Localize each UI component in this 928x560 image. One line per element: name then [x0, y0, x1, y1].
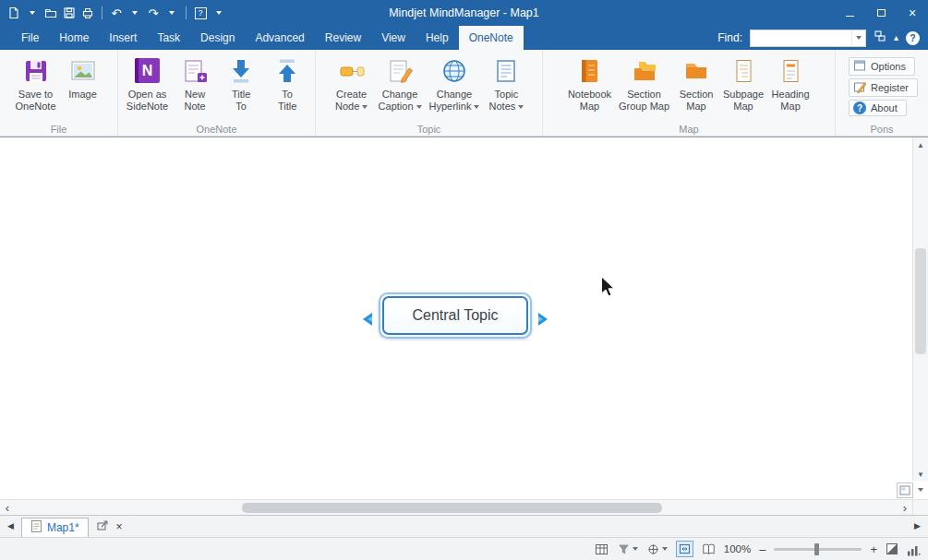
mouse-cursor — [600, 276, 617, 298]
new-document-icon[interactable] — [6, 3, 22, 23]
document-tab-map1[interactable]: Map1* — [21, 518, 89, 537]
collapse-ribbon-icon[interactable]: ▴ — [894, 33, 898, 42]
tab-task[interactable]: Task — [147, 26, 190, 50]
ribbon-group-file: Save toOneNote Image File — [0, 50, 118, 136]
focus-topic-button[interactable] — [646, 542, 668, 556]
contrast-view-icon[interactable] — [886, 542, 898, 555]
tab-view[interactable]: View — [371, 26, 416, 50]
print-icon[interactable] — [79, 3, 96, 23]
tab-scroll-right-icon[interactable]: ▶ — [914, 522, 921, 530]
tab-insert[interactable]: Insert — [99, 26, 147, 50]
scroll-left-icon[interactable]: ‹ — [0, 500, 15, 515]
dropdown-arrow-icon — [362, 105, 368, 109]
open-as-sidenote-button[interactable]: N Open asSideNote — [123, 52, 172, 113]
group-label-topic: Topic — [316, 124, 542, 135]
maximize-button[interactable] — [865, 0, 897, 26]
filter-button[interactable] — [617, 542, 638, 556]
zoom-in-icon[interactable]: + — [870, 543, 877, 555]
redo-dropdown[interactable] — [163, 3, 180, 23]
map-overview-button[interactable] — [897, 483, 913, 498]
create-node-button[interactable]: CreateNode — [329, 52, 375, 113]
vertical-scrollbar[interactable]: ▲ ▼ — [912, 137, 928, 482]
insert-topic-left-icon[interactable] — [362, 312, 373, 327]
scroll-up-icon[interactable]: ▲ — [913, 137, 928, 152]
tab-help[interactable]: Help — [416, 26, 459, 50]
save-icon[interactable] — [61, 3, 78, 23]
title-to-button[interactable]: TitleTo — [218, 52, 264, 113]
close-map-icon[interactable]: × — [116, 521, 123, 532]
map-overview-dropdown[interactable] — [915, 488, 926, 492]
to-title-button[interactable]: ToTitle — [264, 52, 310, 113]
document-tab-label: Map1* — [47, 521, 79, 534]
window-controls: × — [834, 0, 928, 26]
help-icon[interactable]: ? — [192, 3, 209, 23]
find-options-icon[interactable] — [874, 30, 886, 46]
help-circle-icon[interactable]: ? — [906, 31, 920, 45]
detail-level-icon[interactable] — [907, 542, 921, 556]
subpage-map-button[interactable]: SubpageMap — [719, 52, 767, 113]
zoom-out-icon[interactable]: – — [759, 543, 765, 555]
open-file-icon[interactable] — [42, 3, 59, 23]
options-button[interactable]: Options — [849, 57, 915, 76]
horizontal-scrollbar-thumb[interactable] — [242, 503, 662, 513]
ribbon-group-map: NotebookMap SectionGroup Map SectionMap — [543, 50, 836, 136]
detach-map-icon[interactable] — [96, 518, 109, 535]
quick-access-toolbar: ↶ ↷ ? — [0, 3, 233, 23]
save-to-onenote-button[interactable]: Save toOneNote — [11, 52, 59, 113]
arrow-down-icon — [226, 54, 256, 87]
statusbar-controls: 100% – + — [595, 541, 921, 557]
zoom-slider-thumb[interactable] — [814, 543, 819, 555]
close-button[interactable]: × — [897, 0, 928, 26]
section-group-map-button[interactable]: SectionGroup Map — [615, 52, 673, 113]
titlebar: ↶ ↷ ? Mindjet MindManager - Map1 × — [0, 0, 928, 26]
app-window: ↶ ↷ ? Mindjet MindManager - Map1 × File … — [0, 0, 928, 560]
vertical-scrollbar-thumb[interactable] — [915, 248, 926, 354]
ribbon: Save toOneNote Image File N Open asSideN… — [0, 50, 928, 137]
minimize-button[interactable] — [834, 0, 865, 26]
register-icon — [853, 80, 866, 95]
presentation-mode-icon[interactable] — [702, 542, 716, 556]
map-overview-controls — [895, 481, 928, 499]
about-button[interactable]: ? About — [849, 100, 907, 116]
insert-topic-right-icon[interactable] — [537, 312, 548, 327]
notebook-map-button[interactable]: NotebookMap — [564, 52, 615, 113]
undo-dropdown[interactable] — [127, 3, 143, 23]
tab-advanced[interactable]: Advanced — [245, 26, 314, 50]
register-button[interactable]: Register — [849, 78, 918, 97]
image-button[interactable]: Image — [60, 52, 106, 101]
section-group-map-icon — [630, 54, 659, 87]
tab-file[interactable]: File — [11, 26, 49, 50]
group-label-file: File — [0, 124, 117, 135]
group-label-onenote: OneNote — [118, 124, 315, 135]
subpage-map-icon — [729, 54, 758, 87]
find-dropdown-icon[interactable] — [851, 30, 865, 46]
tab-design[interactable]: Design — [190, 26, 245, 50]
horizontal-scrollbar[interactable]: ‹ › — [0, 499, 912, 515]
zoom-slider[interactable] — [774, 548, 862, 551]
tab-scroll-left-icon[interactable]: ◀ — [7, 522, 14, 530]
central-topic[interactable]: Central Topic — [379, 292, 532, 339]
table-view-icon[interactable] — [595, 542, 609, 556]
change-caption-button[interactable]: ChangeCaption — [375, 52, 426, 113]
redo-icon[interactable]: ↷ — [145, 3, 162, 23]
new-note-button[interactable]: NewNote — [172, 52, 218, 113]
change-hyperlink-button[interactable]: ChangeHyperlink — [426, 52, 484, 113]
create-node-icon — [337, 54, 367, 87]
toolbar-separator — [102, 6, 102, 19]
section-map-button[interactable]: SectionMap — [673, 52, 719, 113]
customize-toolbar-dropdown[interactable] — [211, 3, 227, 23]
scroll-down-icon[interactable]: ▼ — [913, 467, 928, 482]
new-document-dropdown[interactable] — [24, 3, 41, 23]
globe-icon — [440, 54, 469, 87]
topic-notes-button[interactable]: TopicNotes — [483, 52, 529, 113]
heading-map-button[interactable]: HeadingMap — [767, 52, 814, 113]
undo-icon[interactable]: ↶ — [108, 3, 125, 23]
tab-onenote[interactable]: OneNote — [459, 26, 524, 50]
scroll-right-icon[interactable]: › — [898, 500, 912, 515]
tab-review[interactable]: Review — [315, 26, 371, 50]
tab-home[interactable]: Home — [49, 26, 99, 50]
fit-map-button[interactable] — [676, 541, 693, 557]
map-canvas[interactable]: Central Topic ▲ ▼ ‹ › — [0, 137, 928, 515]
arrow-up-icon — [272, 54, 302, 87]
find-input[interactable] — [751, 31, 851, 44]
